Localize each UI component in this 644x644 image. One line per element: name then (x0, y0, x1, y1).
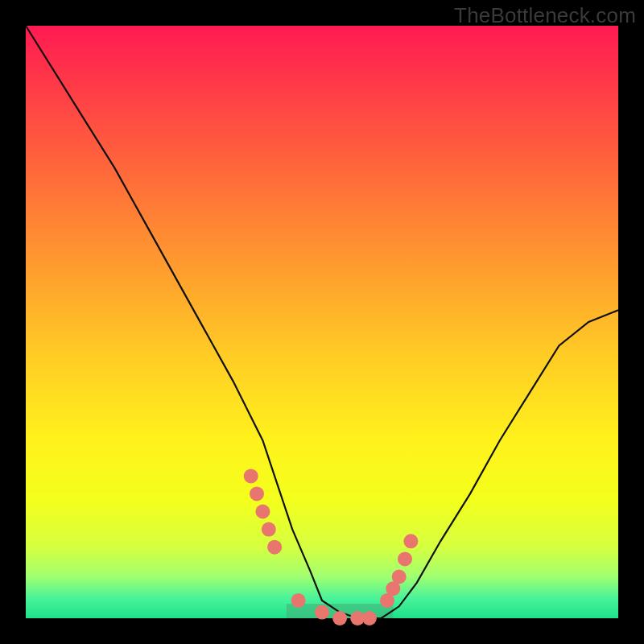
benchmark-marker (267, 540, 282, 555)
benchmark-marker (255, 505, 270, 519)
benchmark-marker (315, 605, 329, 620)
benchmark-marker (262, 522, 276, 537)
bottleneck-curve (26, 26, 618, 618)
benchmark-marker (291, 593, 306, 608)
benchmark-marker (362, 611, 377, 625)
benchmark-marker (250, 486, 264, 501)
chart-svg (26, 26, 618, 618)
gradient-plot-area (26, 26, 618, 618)
chart-frame: TheBottleneck.com (0, 0, 644, 644)
benchmark-marker (403, 534, 418, 548)
benchmark-marker (398, 551, 412, 566)
benchmark-marker (392, 570, 407, 584)
watermark-text: TheBottleneck.com (454, 3, 636, 28)
marker-group (244, 469, 419, 625)
benchmark-marker (244, 469, 258, 483)
benchmark-marker (332, 611, 347, 625)
